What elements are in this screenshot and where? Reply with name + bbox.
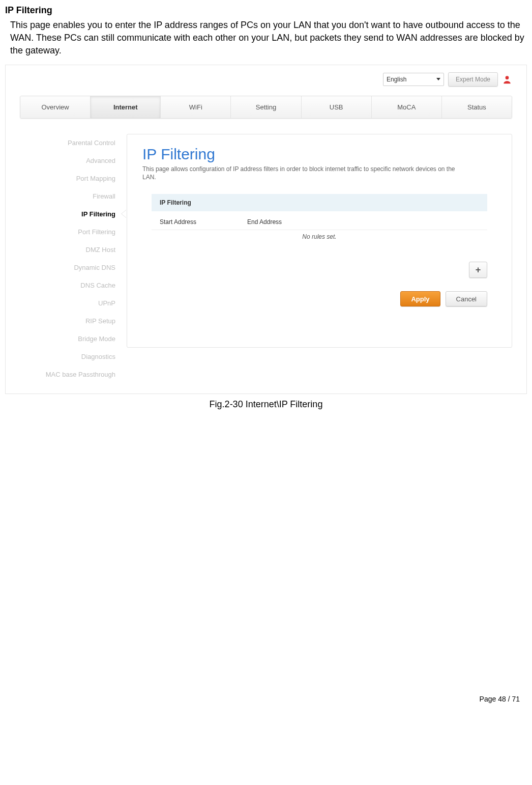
main-nav: Overview Internet WiFi Setting USB MoCA … <box>20 96 512 119</box>
apply-button[interactable]: Apply <box>400 291 440 306</box>
nav-internet[interactable]: Internet <box>91 96 161 118</box>
doc-section-desc: This page enables you to enter the IP ad… <box>10 19 527 58</box>
col-end-address: End Address <box>247 218 282 226</box>
expert-mode-button[interactable]: Expert Mode <box>448 72 498 87</box>
add-rule-button[interactable]: + <box>469 262 487 278</box>
page-footer: Page 48 / 71 <box>5 695 527 713</box>
language-select-value: English <box>387 76 406 83</box>
nav-status[interactable]: Status <box>442 96 512 118</box>
nav-overview[interactable]: Overview <box>20 96 91 118</box>
sidebar-item-upnp[interactable]: UPnP <box>20 294 115 312</box>
sidebar-item-dynamic-dns[interactable]: Dynamic DNS <box>20 259 115 276</box>
sidebar-item-diagnostics[interactable]: Diagnostics <box>20 348 115 366</box>
top-bar: English Expert Mode <box>20 70 512 96</box>
table-columns: Start Address End Address <box>152 211 487 230</box>
sidebar-item-parental-control[interactable]: Parental Control <box>20 134 115 152</box>
language-select[interactable]: English <box>383 73 444 86</box>
sidebar: Parental Control Advanced Port Mapping F… <box>20 134 127 383</box>
sidebar-item-bridge-mode[interactable]: Bridge Mode <box>20 330 115 348</box>
ip-filtering-table: IP Filtering Start Address End Address N… <box>152 194 487 250</box>
doc-section-title: IP Filtering <box>5 5 527 16</box>
content-panel: IP Filtering This page allows configurat… <box>127 134 512 348</box>
nav-usb[interactable]: USB <box>302 96 372 118</box>
nav-moca[interactable]: MoCA <box>372 96 442 118</box>
cancel-button[interactable]: Cancel <box>446 291 487 306</box>
figure-caption: Fig.2-30 Internet\IP Filtering <box>5 399 527 410</box>
sidebar-item-dmz-host[interactable]: DMZ Host <box>20 241 115 259</box>
table-header: IP Filtering <box>152 194 487 211</box>
no-rules-message: No rules set. <box>152 230 487 250</box>
sidebar-item-port-filtering[interactable]: Port Filtering <box>20 223 115 241</box>
panel-description: This page allows configuration of IP add… <box>142 165 468 182</box>
sidebar-item-ip-filtering[interactable]: IP Filtering <box>20 205 115 223</box>
nav-setting[interactable]: Setting <box>231 96 301 118</box>
sidebar-item-dns-cache[interactable]: DNS Cache <box>20 276 115 294</box>
chevron-down-icon <box>436 78 440 80</box>
sidebar-item-firewall[interactable]: Firewall <box>20 187 115 205</box>
sidebar-item-rip-setup[interactable]: RIP Setup <box>20 312 115 330</box>
svg-point-0 <box>506 76 509 79</box>
router-admin-screenshot: English Expert Mode Overview Internet Wi… <box>5 65 527 394</box>
panel-title: IP Filtering <box>142 146 496 163</box>
user-icon[interactable] <box>502 74 512 85</box>
sidebar-item-mac-passthrough[interactable]: MAC base Passthrough <box>20 366 115 383</box>
sidebar-item-advanced[interactable]: Advanced <box>20 152 115 170</box>
nav-wifi[interactable]: WiFi <box>161 96 231 118</box>
sidebar-item-port-mapping[interactable]: Port Mapping <box>20 170 115 187</box>
col-start-address: Start Address <box>160 218 196 226</box>
